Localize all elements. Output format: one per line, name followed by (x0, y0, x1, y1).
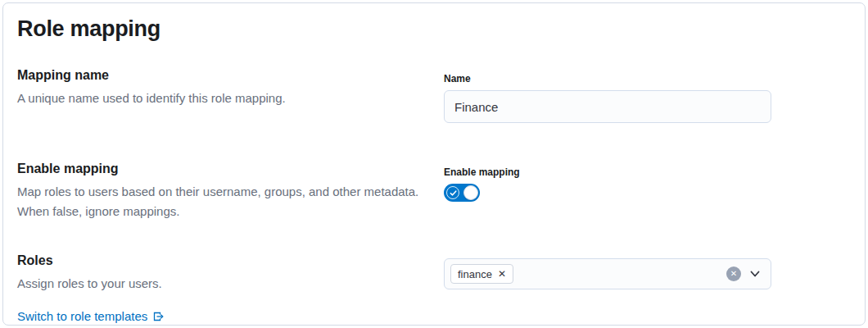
name-input[interactable] (444, 90, 771, 123)
roles-description: Assign roles to your users. (17, 274, 429, 294)
mapping-name-info: Mapping name A unique name used to ident… (17, 66, 429, 108)
roles-heading: Roles (17, 251, 429, 271)
name-field-label: Name (444, 71, 771, 86)
toggle-thumb (463, 185, 478, 200)
role-pill-label: finance (458, 268, 492, 280)
mapping-name-heading: Mapping name (17, 66, 429, 85)
roles-field-group: finance ✕ ✕ (444, 251, 771, 289)
switch-to-role-templates-link[interactable]: Switch to role templates (17, 307, 165, 326)
enable-mapping-row: Enable mapping Map roles to users based … (17, 159, 848, 221)
role-pill-finance: finance ✕ (450, 264, 513, 284)
enable-mapping-toggle-label: Enable mapping (444, 165, 771, 180)
mapping-name-row: Mapping name A unique name used to ident… (17, 66, 848, 123)
roles-combo-box[interactable]: finance ✕ ✕ (444, 258, 771, 289)
enable-mapping-info: Enable mapping Map roles to users based … (17, 159, 429, 221)
mapping-name-description: A unique name used to identify this role… (17, 89, 429, 108)
enable-mapping-field-group: Enable mapping (444, 159, 771, 202)
role-mapping-panel: Role mapping Mapping name A unique name … (2, 2, 866, 326)
combo-clear-button[interactable]: ✕ (726, 266, 741, 281)
page-title: Role mapping (17, 15, 848, 43)
enable-mapping-toggle[interactable] (444, 184, 480, 202)
role-pill-remove-icon[interactable]: ✕ (498, 269, 506, 279)
chevron-down-icon[interactable] (749, 268, 761, 280)
roles-info: Roles Assign roles to your users. (17, 251, 429, 294)
mapping-name-field-group: Name (444, 66, 771, 123)
roles-row: Roles Assign roles to your users. financ… (17, 251, 848, 294)
toggle-check-icon (446, 186, 459, 199)
enable-mapping-description: Map roles to users based on their userna… (17, 182, 429, 221)
switch-link-label: Switch to role templates (17, 307, 147, 326)
enable-mapping-heading: Enable mapping (17, 159, 429, 179)
input-output-icon (151, 310, 165, 323)
